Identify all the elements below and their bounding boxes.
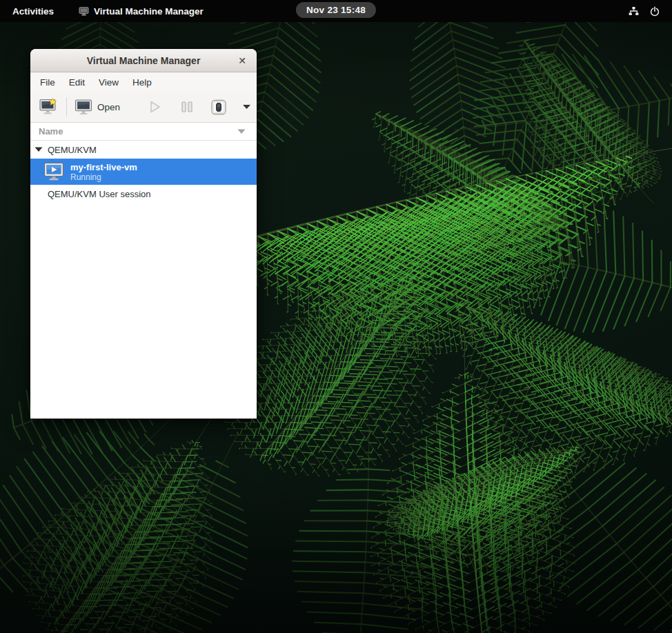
menu-view[interactable]: View bbox=[92, 74, 126, 90]
vm-row-selected[interactable]: my-first-live-vm Running bbox=[30, 159, 257, 185]
toolbar-separator bbox=[66, 97, 67, 117]
menubar: File Edit View Help bbox=[30, 72, 257, 92]
desktop: Activities Virtual Machine Manager Nov 2… bbox=[0, 0, 672, 633]
system-tray[interactable] bbox=[624, 0, 664, 22]
gnome-top-bar: Activities Virtual Machine Manager Nov 2… bbox=[0, 0, 672, 22]
vmm-window: Virtual Machine Manager ✕ File Edit View… bbox=[30, 49, 257, 419]
connection-label: QEMU/KVM bbox=[47, 145, 97, 155]
close-button[interactable]: ✕ bbox=[234, 49, 250, 72]
focused-app-label: Virtual Machine Manager bbox=[94, 6, 204, 17]
name-column-header[interactable]: Name bbox=[30, 123, 257, 141]
shutdown-icon bbox=[210, 99, 228, 116]
play-icon bbox=[147, 99, 163, 114]
pause-button[interactable] bbox=[179, 98, 195, 116]
user-session-label: QEMU/KVM User session bbox=[30, 189, 151, 199]
vm-row-text: my-first-live-vm Running bbox=[70, 162, 137, 182]
power-icon bbox=[649, 6, 661, 17]
caret-down-icon bbox=[242, 104, 251, 110]
expander-down-icon[interactable] bbox=[34, 147, 43, 152]
clock-button[interactable]: Nov 23 15:48 bbox=[296, 2, 376, 18]
menu-file[interactable]: File bbox=[33, 74, 62, 90]
shutdown-button[interactable] bbox=[208, 97, 229, 117]
vm-actions-dropdown[interactable] bbox=[241, 103, 253, 111]
new-vm-button[interactable] bbox=[37, 97, 59, 117]
open-button-label: Open bbox=[97, 102, 120, 112]
vm-running-icon bbox=[43, 162, 65, 181]
run-button[interactable] bbox=[146, 98, 164, 116]
menu-edit[interactable]: Edit bbox=[62, 74, 92, 90]
network-icon bbox=[627, 6, 640, 17]
toolbar: Open bbox=[30, 92, 257, 123]
sort-caret-icon bbox=[237, 129, 246, 134]
window-title: Virtual Machine Manager bbox=[87, 55, 201, 66]
new-vm-monitor-star-icon bbox=[39, 98, 58, 116]
vm-list: QEMU/KVM my-first-live-vm Running QEMU/K bbox=[30, 141, 257, 419]
connection-row-user-session[interactable]: QEMU/KVM User session bbox=[30, 185, 257, 203]
vm-name: my-first-live-vm bbox=[70, 162, 137, 172]
vm-status: Running bbox=[70, 172, 137, 182]
window-titlebar[interactable]: Virtual Machine Manager ✕ bbox=[30, 49, 257, 72]
vmm-app-icon bbox=[79, 7, 89, 16]
activities-button[interactable]: Activities bbox=[0, 0, 63, 22]
open-button[interactable]: Open bbox=[73, 97, 121, 117]
menu-help[interactable]: Help bbox=[126, 74, 159, 90]
name-column-label: Name bbox=[39, 126, 63, 137]
open-monitor-icon bbox=[75, 99, 92, 116]
connection-row-qemu-kvm[interactable]: QEMU/KVM bbox=[30, 141, 257, 159]
focused-app-menu[interactable]: Virtual Machine Manager bbox=[79, 6, 204, 17]
pause-icon bbox=[180, 99, 194, 114]
